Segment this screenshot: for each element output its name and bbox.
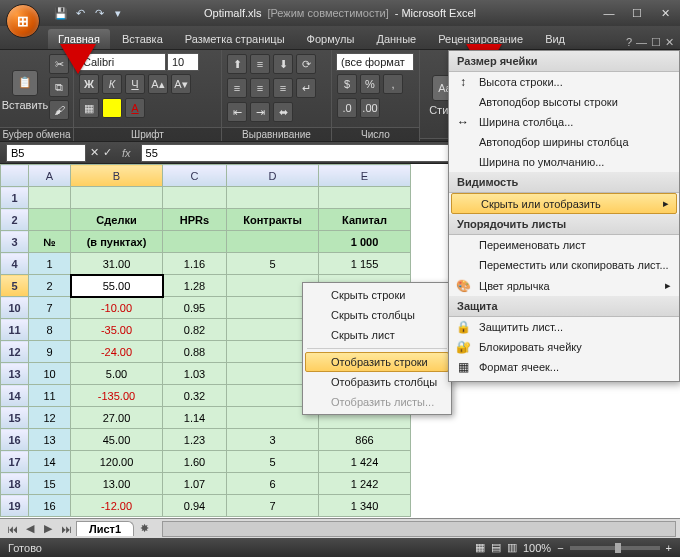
row-header[interactable]: 11: [1, 319, 29, 341]
menu-tab-color[interactable]: 🎨Цвет ярлычка▸: [449, 275, 679, 296]
comma-icon[interactable]: ,: [383, 74, 403, 94]
align-center-icon[interactable]: ≡: [250, 78, 270, 98]
tab-insert[interactable]: Вставка: [112, 29, 173, 49]
menu-protect-sheet[interactable]: 🔒Защитить лист...: [449, 317, 679, 337]
decrease-indent-icon[interactable]: ⇤: [227, 102, 247, 122]
orientation-icon[interactable]: ⟳: [296, 54, 316, 74]
format-painter-icon[interactable]: 🖌: [49, 100, 69, 120]
menu-col-width[interactable]: ↔Ширина столбца...: [449, 112, 679, 132]
wrap-text-icon[interactable]: ↵: [296, 78, 316, 98]
row-header[interactable]: 1: [1, 187, 29, 209]
cell[interactable]: 15: [29, 473, 71, 495]
cell[interactable]: -24.00: [71, 341, 163, 363]
align-top-icon[interactable]: ⬆: [227, 54, 247, 74]
number-format-select[interactable]: (все формат: [336, 53, 414, 71]
cell[interactable]: 1: [29, 253, 71, 275]
menu-default-width[interactable]: Ширина по умолчанию...: [449, 152, 679, 172]
col-header[interactable]: E: [319, 165, 411, 187]
copy-icon[interactable]: ⧉: [49, 77, 69, 97]
increase-decimal-icon[interactable]: .0: [337, 98, 357, 118]
cell[interactable]: 5.00: [71, 363, 163, 385]
row-header[interactable]: 16: [1, 429, 29, 451]
cell[interactable]: 12: [29, 407, 71, 429]
percent-icon[interactable]: %: [360, 74, 380, 94]
cell[interactable]: HPRs: [163, 209, 227, 231]
cell[interactable]: -135.00: [71, 385, 163, 407]
row-header[interactable]: 4: [1, 253, 29, 275]
cell[interactable]: 16: [29, 495, 71, 517]
cell[interactable]: 120.00: [71, 451, 163, 473]
tab-view[interactable]: Вид: [535, 29, 575, 49]
cell[interactable]: 1 155: [319, 253, 411, 275]
cell[interactable]: 31.00: [71, 253, 163, 275]
last-sheet-icon[interactable]: ⏭: [58, 521, 74, 537]
maximize-button[interactable]: ☐: [626, 5, 648, 21]
next-sheet-icon[interactable]: ▶: [40, 521, 56, 537]
redo-icon[interactable]: ↷: [90, 4, 108, 22]
zoom-out-icon[interactable]: −: [557, 542, 563, 554]
new-sheet-icon[interactable]: ✸: [136, 521, 152, 537]
horizontal-scrollbar[interactable]: [162, 521, 676, 537]
align-left-icon[interactable]: ≡: [227, 78, 247, 98]
align-bottom-icon[interactable]: ⬇: [273, 54, 293, 74]
cell[interactable]: Капитал: [319, 209, 411, 231]
cell[interactable]: 1.07: [163, 473, 227, 495]
cell[interactable]: 27.00: [71, 407, 163, 429]
mdi-close[interactable]: ✕: [665, 36, 674, 49]
menu-move-copy-sheet[interactable]: Переместить или скопировать лист...: [449, 255, 679, 275]
cell[interactable]: 0.82: [163, 319, 227, 341]
grow-font-icon[interactable]: A▴: [148, 74, 168, 94]
cell[interactable]: 1 424: [319, 451, 411, 473]
cell[interactable]: 2: [29, 275, 71, 297]
cell[interactable]: 1.23: [163, 429, 227, 451]
menu-autofit-col[interactable]: Автоподбор ширины столбца: [449, 132, 679, 152]
cell[interactable]: 0.95: [163, 297, 227, 319]
currency-icon[interactable]: $: [337, 74, 357, 94]
cell[interactable]: 5: [227, 253, 319, 275]
menu-lock-cell[interactable]: 🔐Блокировать ячейку: [449, 337, 679, 357]
zoom-in-icon[interactable]: +: [666, 542, 672, 554]
cell[interactable]: 3: [227, 429, 319, 451]
cell[interactable]: 0.94: [163, 495, 227, 517]
cell[interactable]: Контракты: [227, 209, 319, 231]
col-header[interactable]: B: [71, 165, 163, 187]
row-header[interactable]: 12: [1, 341, 29, 363]
cell[interactable]: 1 242: [319, 473, 411, 495]
qat-more-icon[interactable]: ▾: [109, 4, 127, 22]
cell[interactable]: 0.88: [163, 341, 227, 363]
row-header[interactable]: 2: [1, 209, 29, 231]
merge-button[interactable]: ⬌: [273, 102, 293, 122]
cell[interactable]: (в пунктах): [71, 231, 163, 253]
accept-formula-icon[interactable]: ✓: [103, 146, 112, 159]
cell[interactable]: 11: [29, 385, 71, 407]
prev-sheet-icon[interactable]: ◀: [22, 521, 38, 537]
save-icon[interactable]: 💾: [52, 4, 70, 22]
cell[interactable]: 45.00: [71, 429, 163, 451]
cell[interactable]: 6: [227, 473, 319, 495]
menu-hide-rows[interactable]: Скрыть строки: [305, 285, 449, 305]
cancel-formula-icon[interactable]: ✕: [90, 146, 99, 159]
undo-icon[interactable]: ↶: [71, 4, 89, 22]
close-button[interactable]: ✕: [654, 5, 676, 21]
paste-button[interactable]: 📋 Вставить: [4, 53, 46, 127]
cell[interactable]: 866: [319, 429, 411, 451]
cell[interactable]: -35.00: [71, 319, 163, 341]
zoom-level[interactable]: 100%: [523, 542, 551, 554]
menu-format-cells[interactable]: ▦Формат ячеек...: [449, 357, 679, 377]
row-header[interactable]: 17: [1, 451, 29, 473]
cell[interactable]: 0.32: [163, 385, 227, 407]
row-header[interactable]: 19: [1, 495, 29, 517]
cell[interactable]: 1.28: [163, 275, 227, 297]
cell[interactable]: 1 000: [319, 231, 411, 253]
cell[interactable]: 1.60: [163, 451, 227, 473]
bold-button[interactable]: Ж: [79, 74, 99, 94]
menu-unhide-rows[interactable]: Отобразить строки: [305, 352, 449, 372]
row-header[interactable]: 5: [1, 275, 29, 297]
row-header[interactable]: 14: [1, 385, 29, 407]
cell[interactable]: -12.00: [71, 495, 163, 517]
menu-autofit-row[interactable]: Автоподбор высоты строки: [449, 92, 679, 112]
row-header[interactable]: 10: [1, 297, 29, 319]
menu-hide-sheet[interactable]: Скрыть лист: [305, 325, 449, 345]
underline-button[interactable]: Ч: [125, 74, 145, 94]
row-header[interactable]: 15: [1, 407, 29, 429]
